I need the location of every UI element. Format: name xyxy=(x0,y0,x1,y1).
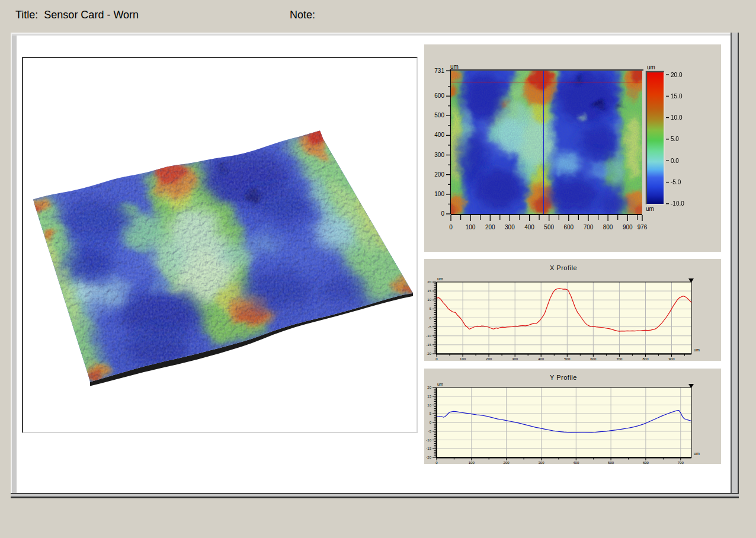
svg-text:600: 600 xyxy=(563,224,574,230)
svg-text:900: 900 xyxy=(668,357,675,361)
svg-text:731: 731 xyxy=(434,68,444,74)
svg-text:0: 0 xyxy=(435,357,438,361)
svg-text:300: 300 xyxy=(512,357,518,361)
svg-text:5: 5 xyxy=(430,307,432,310)
svg-text:20: 20 xyxy=(427,280,431,284)
svg-text:10: 10 xyxy=(427,298,431,302)
svg-text:-5: -5 xyxy=(428,430,432,433)
svg-text:-5: -5 xyxy=(428,325,432,329)
svg-text:-5.0: -5.0 xyxy=(671,179,681,185)
svg-text:976: 976 xyxy=(638,224,648,230)
svg-text:0: 0 xyxy=(430,316,432,320)
svg-text:-15: -15 xyxy=(426,343,431,347)
svg-text:600: 600 xyxy=(590,357,597,361)
svg-text:-15: -15 xyxy=(426,447,431,450)
svg-text:10.0: 10.0 xyxy=(671,114,683,121)
svg-text:400: 400 xyxy=(573,461,579,464)
svg-text:0: 0 xyxy=(430,421,432,424)
svg-text:300: 300 xyxy=(505,224,515,230)
svg-text:um: um xyxy=(450,63,459,70)
svg-text:800: 800 xyxy=(603,224,613,230)
svg-text:0: 0 xyxy=(441,210,444,217)
svg-text:200: 200 xyxy=(434,171,444,178)
svg-text:um: um xyxy=(694,348,700,352)
svg-text:700: 700 xyxy=(584,224,594,230)
svg-text:100: 100 xyxy=(460,357,466,361)
svg-text:700: 700 xyxy=(616,357,623,361)
svg-text:-20: -20 xyxy=(426,456,431,459)
svg-text:600: 600 xyxy=(643,461,649,464)
svg-text:200: 200 xyxy=(486,357,492,361)
svg-text:15.0: 15.0 xyxy=(671,93,683,100)
svg-text:-10: -10 xyxy=(426,334,431,338)
svg-text:0: 0 xyxy=(435,461,438,464)
svg-text:5.0: 5.0 xyxy=(671,136,679,142)
svg-text:-20: -20 xyxy=(426,352,431,356)
svg-text:-10.0: -10.0 xyxy=(671,200,684,207)
svg-text:-10: -10 xyxy=(426,438,431,442)
svg-text:700: 700 xyxy=(678,461,684,464)
svg-text:800: 800 xyxy=(642,357,649,361)
svg-text:20.0: 20.0 xyxy=(671,72,683,78)
svg-text:200: 200 xyxy=(504,461,510,464)
svg-text:0.0: 0.0 xyxy=(671,158,679,164)
svg-text:10: 10 xyxy=(427,404,431,407)
svg-text:400: 400 xyxy=(524,224,534,230)
svg-text:um: um xyxy=(646,206,654,212)
svg-text:300: 300 xyxy=(434,152,444,158)
svg-text:400: 400 xyxy=(434,132,444,138)
svg-text:100: 100 xyxy=(466,224,476,230)
svg-text:um: um xyxy=(694,451,700,456)
svg-text:um: um xyxy=(437,277,443,281)
svg-text:20: 20 xyxy=(427,386,431,389)
svg-text:15: 15 xyxy=(427,289,431,293)
svg-text:0: 0 xyxy=(449,224,453,230)
svg-text:200: 200 xyxy=(485,224,495,230)
svg-text:900: 900 xyxy=(623,224,633,230)
svg-text:100: 100 xyxy=(469,461,475,464)
svg-text:5: 5 xyxy=(430,412,432,415)
svg-text:500: 500 xyxy=(608,461,614,464)
svg-text:100: 100 xyxy=(434,191,444,197)
svg-text:um: um xyxy=(647,64,655,71)
svg-text:400: 400 xyxy=(538,357,544,361)
svg-text:600: 600 xyxy=(434,92,444,99)
svg-text:300: 300 xyxy=(538,461,544,464)
svg-text:um: um xyxy=(437,382,443,386)
svg-text:500: 500 xyxy=(434,112,444,119)
svg-text:15: 15 xyxy=(427,395,431,398)
svg-text:500: 500 xyxy=(544,224,554,230)
svg-text:500: 500 xyxy=(564,357,571,361)
